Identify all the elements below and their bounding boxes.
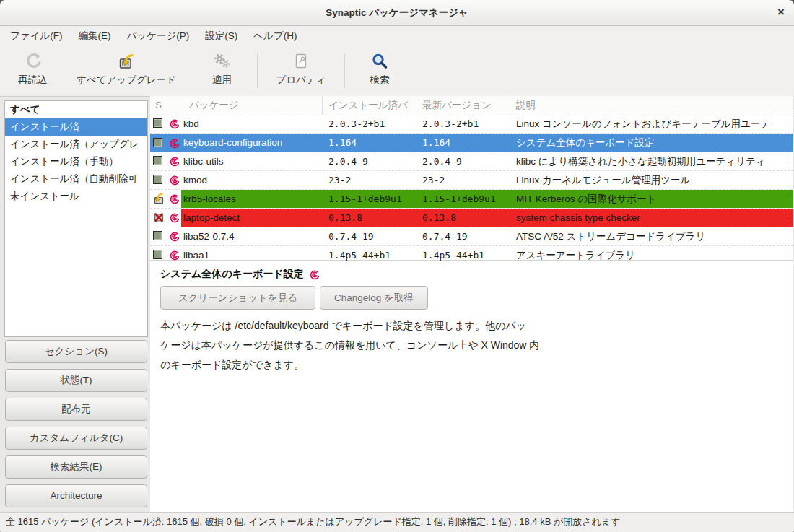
status-installed-icon — [153, 246, 167, 264]
package-description: ATSC A/52 ストリームデコードライブラリ — [516, 227, 792, 245]
latest-version: 0.7.4-19 — [422, 227, 508, 245]
table-row-klibc-utils[interactable]: klibc-utils 2.0.4-9 2.0.4-9 klibc により構築さ… — [150, 152, 793, 171]
menu-edit[interactable]: 編集(E) — [71, 27, 119, 45]
package-description: system chassis type checker — [516, 209, 792, 227]
view-screenshot-button[interactable]: スクリーンショットを見る — [160, 286, 315, 310]
toolbar: 再読込 すべてアップグレード — [0, 46, 794, 97]
origin-button[interactable]: 配布元 — [5, 398, 147, 421]
debian-swirl-icon — [169, 246, 182, 264]
debian-swirl-icon — [169, 152, 182, 170]
table-row-krb5-locales[interactable]: krb5-locales 1.15-1+deb9u1 1.15-1+deb9u1… — [150, 190, 793, 209]
menu-help[interactable]: ヘルプ(H) — [245, 27, 305, 45]
installed-version: 0.13.8 — [328, 209, 414, 227]
column-header-installed-version[interactable]: インストール済バ — [322, 96, 416, 115]
description-line: 本パッケージは /etc/default/keyboard でキーボード設定を管… — [160, 316, 539, 336]
status-marked-upgrade-icon — [153, 190, 167, 208]
table-row-liba52[interactable]: liba52-0.7.4 0.7.4-19 0.7.4-19 ATSC A/52… — [150, 227, 793, 246]
package-rows: kbd 2.0.3-2+b1 2.0.3-2+b1 Linux コンソールのフォ… — [150, 115, 793, 265]
package-name: liba52-0.7.4 — [183, 227, 320, 245]
status-marked-removal-icon — [153, 209, 167, 227]
status-summary: 全 1615 パッケージ (インストール済: 1615 個, 破損 0 個, イ… — [0, 513, 794, 531]
upgrade-all-button[interactable]: すべてアップグレード — [61, 51, 191, 87]
close-icon[interactable]: × — [777, 0, 785, 25]
package-description: MIT Kerberos の国際化サポート — [516, 190, 792, 208]
status-installed-icon — [153, 115, 167, 133]
installed-version: 1.15-1+deb9u1 — [328, 190, 414, 208]
menu-package[interactable]: パッケージ(P) — [119, 27, 198, 45]
package-description: アスキーアートライブラリ — [516, 246, 792, 264]
sections-button[interactable]: セクション(S) — [5, 340, 147, 363]
filter-item-installed-manual[interactable]: インストール済（手動） — [5, 153, 147, 170]
package-name: keyboard-configuration — [183, 134, 320, 152]
menu-file[interactable]: ファイル(F) — [2, 27, 71, 45]
latest-version: 1.164 — [422, 134, 508, 152]
installed-version: 2.0.3-2+b1 — [328, 115, 414, 133]
table-row-laptop-detect[interactable]: laptop-detect 0.13.8 0.13.8 system chass… — [150, 209, 793, 227]
properties-button[interactable]: プロパティ — [261, 51, 341, 87]
apply-gears-icon — [195, 51, 249, 71]
status-installed-icon — [153, 171, 167, 189]
debian-swirl-icon — [169, 209, 182, 227]
package-name: laptop-detect — [183, 209, 320, 227]
latest-version: 2.0.4-9 — [422, 152, 508, 170]
toolbar-separator — [257, 53, 258, 88]
column-header-description[interactable]: 説明 — [510, 96, 793, 115]
filter-item-all[interactable]: すべて — [5, 101, 147, 118]
latest-version: 2.0.3-2+b1 — [422, 115, 508, 133]
details-description: 本パッケージは /etc/default/keyboard でキーボード設定を管… — [160, 316, 539, 375]
table-row-libaa1[interactable]: libaa1 1.4p5-44+b1 1.4p5-44+b1 アスキーアートライ… — [150, 246, 793, 265]
reload-button[interactable]: 再読込 — [6, 51, 60, 87]
synaptic-window: Synaptic パッケージマネージャ × ファイル(F) 編集(E) パッケー… — [0, 0, 794, 532]
column-header-supported[interactable] — [167, 96, 183, 115]
get-changelog-button[interactable]: Changelog を取得 — [320, 286, 428, 310]
status-button[interactable]: 状態(T) — [5, 369, 147, 392]
debian-swirl-icon — [169, 227, 182, 245]
column-header-status[interactable]: S — [150, 96, 167, 115]
latest-version: 1.4p5-44+b1 — [422, 246, 508, 264]
installed-version: 0.7.4-19 — [328, 227, 414, 245]
package-name: libaa1 — [183, 246, 320, 264]
table-row-kbd[interactable]: kbd 2.0.3-2+b1 2.0.3-2+b1 Linux コンソールのフォ… — [150, 115, 793, 134]
installed-version: 1.164 — [328, 134, 414, 152]
filter-item-installed-upgradable[interactable]: インストール済（アップグレ — [5, 136, 147, 153]
refresh-icon — [6, 51, 60, 71]
properties-document-icon — [261, 51, 341, 71]
package-name: krb5-locales — [183, 190, 320, 208]
latest-version: 0.13.8 — [422, 209, 508, 227]
menu-settings[interactable]: 設定(S) — [197, 27, 245, 45]
status-installed-icon — [153, 134, 167, 152]
architecture-button[interactable]: Architecture — [5, 484, 147, 507]
package-name: klibc-utils — [183, 152, 320, 170]
table-row-keyboard-configuration[interactable]: keyboard-configuration 1.164 1.164 システム全… — [150, 134, 793, 152]
titlebar: Synaptic パッケージマネージャ × — [0, 0, 794, 26]
toolbar-separator — [344, 53, 345, 88]
details-title: システム全体のキーボード設定 — [160, 268, 320, 281]
package-table-header: S パッケージ インストール済バ 最新バージョン 説明 — [150, 96, 793, 115]
window-title: Synaptic パッケージマネージャ — [0, 0, 794, 25]
package-name: kmod — [183, 171, 320, 189]
debian-swirl-icon — [309, 269, 320, 280]
debian-swirl-icon — [169, 190, 182, 208]
filter-list: すべて インストール済 インストール済（アップグレ インストール済（手動） イン… — [4, 100, 148, 337]
column-header-latest-version[interactable]: 最新バージョン — [416, 96, 510, 115]
description-line: ケージは本パッケージが提供するこの情報を用いて、コンソール上や X Window… — [160, 336, 539, 355]
table-row-kmod[interactable]: kmod 23-2 23-2 Linux カーネルモジュール管理用ツール — [150, 171, 793, 190]
column-header-package[interactable]: パッケージ — [183, 96, 322, 115]
latest-version: 1.15-1+deb9u1 — [422, 190, 508, 208]
filter-item-not-installed[interactable]: 未インストール — [5, 188, 147, 205]
apply-button[interactable]: 適用 — [195, 51, 249, 87]
package-name: kbd — [183, 115, 320, 133]
filter-item-installed-autoremovable[interactable]: インストール済（自動削除可 — [5, 170, 147, 188]
filter-item-installed[interactable]: インストール済 — [5, 118, 147, 136]
latest-version: 23-2 — [422, 171, 508, 189]
menubar: ファイル(F) 編集(E) パッケージ(P) 設定(S) ヘルプ(H) — [0, 26, 794, 46]
upgrade-all-icon — [61, 51, 191, 71]
search-results-button[interactable]: 検索結果(E) — [5, 455, 147, 479]
search-button[interactable]: 検索 — [349, 51, 411, 87]
details-pane: システム全体のキーボード設定 スクリーンショットを見る Changelog を取… — [150, 261, 793, 513]
installed-version: 23-2 — [328, 171, 414, 189]
debian-swirl-icon — [169, 171, 182, 189]
custom-filters-button[interactable]: カスタムフィルタ(C) — [5, 427, 147, 450]
status-installed-icon — [153, 227, 167, 245]
status-installed-icon — [153, 152, 167, 170]
